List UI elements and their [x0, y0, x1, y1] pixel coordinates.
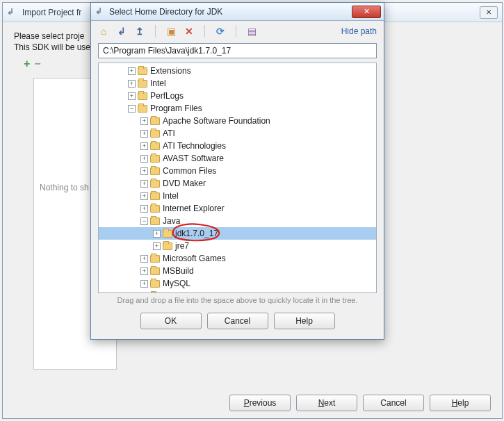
tree-toggle-icon[interactable] — [140, 167, 148, 175]
folder-icon — [150, 280, 160, 288]
tree-toggle-icon[interactable] — [140, 130, 148, 138]
select-jdk-dialog: ↲ Select Home Directory for JDK ✕ ⌂ ↲ ↥ … — [90, 2, 384, 340]
show-hidden-icon[interactable]: ▤ — [246, 26, 257, 37]
tree-node-label: jre7 — [175, 241, 189, 251]
folder-icon — [150, 167, 160, 175]
tree-node[interactable]: PerfLogs — [99, 90, 376, 102]
parent-button-row: Previous Next Cancel Help — [229, 395, 491, 411]
tree-node-label: DVD Maker — [163, 179, 206, 188]
tree-node-label: ATI — [163, 129, 175, 138]
tree-toggle-icon[interactable] — [140, 192, 148, 200]
modal-title: Select Home Directory for JDK — [109, 7, 222, 17]
tree-toggle-icon[interactable] — [128, 105, 136, 113]
new-folder-icon[interactable]: ▣ — [165, 26, 177, 37]
help-button-parent[interactable]: Help — [430, 395, 491, 411]
folder-icon — [150, 255, 160, 263]
folder-icon — [150, 292, 160, 293]
tree-node-label: Internet Explorer — [163, 204, 225, 213]
tree-node[interactable]: Apache Software Foundation — [99, 115, 376, 127]
parent-close-icon[interactable]: ✕ — [480, 6, 498, 19]
previous-button[interactable]: Previous — [229, 395, 291, 411]
tree-node[interactable]: Intel — [99, 77, 376, 90]
tree-toggle-icon[interactable] — [140, 267, 148, 275]
tree-node-label: ATI Technologies — [163, 141, 226, 151]
modal-button-row: OK Cancel Help — [91, 313, 384, 329]
tree-node[interactable]: DVD Maker — [99, 177, 376, 190]
tree-node[interactable]: Intel — [99, 190, 376, 202]
tree-toggle-icon[interactable] — [140, 155, 148, 163]
close-icon[interactable]: ✕ — [352, 6, 381, 18]
ok-button[interactable]: OK — [140, 313, 202, 329]
tree-node-label: Reference Assemblies — [163, 291, 245, 292]
tree-node-label: jdk1.7.0_17 — [175, 229, 218, 238]
tree-node[interactable]: Common Files — [99, 165, 376, 177]
directory-tree-scroll[interactable]: ExtensionsIntelPerfLogsProgram FilesApac… — [99, 63, 376, 292]
modal-logo-icon: ↲ — [95, 6, 106, 17]
tree-node-label: AVAST Software — [163, 154, 224, 163]
tree-toggle-icon[interactable] — [128, 67, 136, 75]
tree-node[interactable]: Microsoft Games — [99, 252, 376, 265]
tree-node[interactable]: ATI — [99, 127, 376, 140]
tree-node[interactable]: Extensions — [99, 65, 376, 77]
tree-node-label: Extensions — [150, 66, 191, 76]
refresh-icon[interactable]: ⟳ — [215, 26, 226, 37]
folder-icon — [150, 117, 160, 125]
tree-node[interactable]: Java — [99, 215, 376, 227]
folder-icon — [163, 230, 172, 238]
delete-icon[interactable]: ✕ — [184, 26, 195, 37]
tree-toggle-icon[interactable] — [153, 242, 161, 250]
project-icon[interactable]: ↲ — [116, 26, 127, 37]
tree-toggle-icon[interactable] — [128, 92, 136, 100]
tree-node-label: Program Files — [150, 104, 202, 113]
hide-path-link[interactable]: Hide path — [341, 26, 377, 36]
tree-node[interactable]: Internet Explorer — [99, 202, 376, 215]
tree-node-label: Intel — [163, 191, 179, 201]
tree-node[interactable]: MSBuild — [99, 265, 376, 277]
toolbar-separator — [155, 25, 156, 38]
tree-node[interactable]: MySQL — [99, 277, 376, 290]
folder-icon — [150, 155, 160, 163]
tree-node-label: MSBuild — [163, 266, 194, 276]
folder-icon — [150, 180, 160, 188]
app-logo-icon: ↲ — [7, 7, 18, 18]
level-up-icon[interactable]: ↥ — [134, 26, 145, 37]
tree-toggle-icon[interactable] — [140, 180, 148, 188]
cancel-button-parent[interactable]: Cancel — [363, 395, 424, 411]
tree-toggle-icon[interactable] — [153, 230, 161, 238]
folder-icon — [150, 267, 160, 275]
home-icon[interactable]: ⌂ — [98, 26, 109, 37]
next-button-rest: ext — [324, 398, 335, 408]
folder-icon — [138, 105, 147, 113]
help-button-rest: elp — [457, 398, 469, 408]
tree-toggle-icon[interactable] — [140, 280, 148, 288]
folder-icon — [138, 80, 147, 88]
folder-icon — [150, 217, 160, 225]
modal-titlebar: ↲ Select Home Directory for JDK ✕ — [91, 3, 384, 21]
tree-toggle-icon[interactable] — [140, 292, 148, 293]
path-input[interactable] — [98, 43, 377, 58]
tree-toggle-icon[interactable] — [140, 255, 148, 263]
folder-icon — [150, 205, 160, 213]
cancel-button[interactable]: Cancel — [207, 313, 268, 329]
tree-toggle-icon[interactable] — [128, 80, 136, 88]
previous-button-rest: revious — [250, 398, 277, 408]
folder-icon — [150, 130, 160, 138]
toolbar-separator-3 — [236, 25, 236, 38]
add-sdk-icon[interactable]: + — [24, 58, 30, 70]
tree-node[interactable]: jdk1.7.0_17 — [99, 227, 376, 240]
tree-node[interactable]: Reference Assemblies — [99, 290, 376, 292]
folder-icon — [138, 67, 147, 75]
tree-node-label: Apache Software Foundation — [163, 116, 270, 126]
tree-node[interactable]: jre7 — [99, 240, 376, 252]
tree-toggle-icon[interactable] — [140, 217, 148, 225]
tree-toggle-icon[interactable] — [140, 205, 148, 213]
tree-node[interactable]: Program Files — [99, 102, 376, 115]
remove-sdk-icon[interactable]: − — [34, 58, 40, 70]
next-button[interactable]: Next — [296, 395, 357, 411]
tree-toggle-icon[interactable] — [140, 142, 148, 150]
tree-toggle-icon[interactable] — [140, 117, 148, 125]
directory-tree: ExtensionsIntelPerfLogsProgram FilesApac… — [99, 63, 376, 292]
tree-node[interactable]: ATI Technologies — [99, 140, 376, 152]
help-button[interactable]: Help — [274, 313, 335, 329]
tree-node[interactable]: AVAST Software — [99, 152, 376, 165]
